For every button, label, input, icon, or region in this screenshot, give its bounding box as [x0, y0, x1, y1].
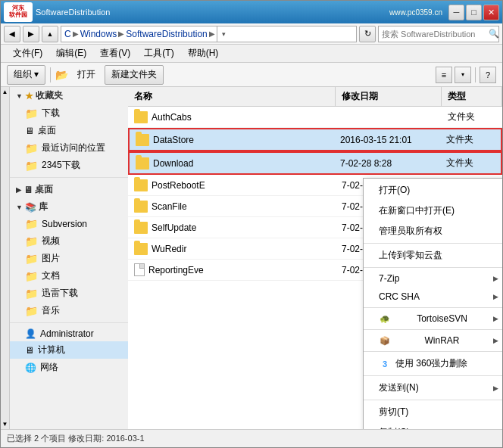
sidebar-item-network[interactable]: 🌐 网络 [10, 359, 128, 376]
menu-tools[interactable]: 工具(T) [138, 45, 180, 61]
main-content: ▲ ▼ ▼ ★ 收藏夹 📁 下载 🖥 桌面 � [1, 87, 502, 429]
table-row[interactable]: Download 7-02-28 8:28 文件夹 [128, 151, 502, 175]
file-type-cell: 文件夹 [440, 155, 501, 171]
folder-icon [134, 222, 148, 234]
network-icon: 🌐 [25, 362, 36, 373]
sidebar-favorites-header[interactable]: ▼ ★ 收藏夹 [10, 87, 128, 104]
breadcrumb: C ▶ Windows ▶ SoftwareDistribution ▶ ▾ [61, 26, 357, 42]
table-row[interactable]: AuthCabs 文件夹 [128, 107, 502, 128]
menu-help[interactable]: 帮助(H) [182, 45, 225, 61]
close-button[interactable]: ✕ [483, 5, 499, 20]
context-menu: 打开(O) 在新窗口中打开(E) 管理员取所有权 上传到零知云盘 7-Zip ▶… [363, 178, 502, 429]
col-type[interactable]: 类型 [442, 87, 502, 106]
breadcrumb-c[interactable]: C [64, 29, 71, 39]
ctx-upload-cloud[interactable]: 上传到零知云盘 [364, 245, 502, 266]
ctx-360-delete[interactable]: 3 使用 360强力删除 [364, 353, 502, 374]
search-icon: 🔍 [489, 29, 499, 39]
up-button[interactable]: ▲ [42, 26, 58, 42]
folder-icon-music: 📁 [25, 305, 38, 317]
website-label: www.pc0359.cn [389, 8, 442, 17]
menu-view[interactable]: 查看(V) [94, 45, 136, 61]
toolbar-separator-2 [475, 67, 476, 82]
folder-icon-recent: 📁 [25, 142, 38, 154]
menu-bar: 文件(F) 编辑(E) 查看(V) 工具(T) 帮助(H) [1, 45, 502, 63]
toolbar-right: ≡ ▾ ? [436, 67, 496, 83]
menu-edit[interactable]: 编辑(E) [50, 45, 92, 61]
file-date-cell [336, 116, 442, 119]
file-type-cell: 文件夹 [440, 132, 501, 148]
sidebar-item-pictures[interactable]: 📁 图片 [10, 250, 128, 267]
sidebar-item-docs[interactable]: 📁 文档 [10, 267, 128, 285]
open-button[interactable]: 打开 [71, 65, 102, 85]
sidebar-item-download[interactable]: 📁 下载 [10, 104, 128, 122]
360-icon: 3 [379, 359, 391, 369]
breadcrumb-softwaredist[interactable]: SoftwareDistribution [126, 29, 207, 39]
tortoise-icon: 🐢 [379, 314, 391, 324]
title-bar: 河东软件园 SoftwareDistribution www.pc0359.cn… [1, 1, 502, 23]
file-name-cell: SelfUpdate [128, 220, 336, 235]
ctx-divider-5 [364, 351, 502, 352]
winrar-icon: 📦 [379, 336, 391, 346]
sidebar-item-subversion[interactable]: 📁 Subversion [10, 216, 128, 232]
toolbar: 组织 ▾ 📂 打开 新建文件夹 ≡ ▾ ? [1, 63, 502, 87]
minimize-button[interactable]: ─ [448, 5, 464, 20]
sidebar-item-2345[interactable]: 📁 2345下载 [10, 157, 128, 174]
maximize-button[interactable]: □ [466, 5, 482, 20]
file-name-cell: Download [130, 156, 334, 171]
sidebar-scroll-up[interactable]: ▲ [2, 89, 8, 95]
sidebar-item-computer[interactable]: 🖥 计算机 [10, 341, 128, 359]
sidebar-item-recent[interactable]: 📁 最近访问的位置 [10, 139, 128, 157]
sidebar-item-music[interactable]: 📁 音乐 [10, 302, 128, 319]
forward-button[interactable]: ▶ [23, 26, 39, 42]
sidebar-item-video[interactable]: 📁 视频 [10, 232, 128, 250]
app-logo: 河东软件园 [4, 2, 33, 22]
submenu-arrow: ▶ [493, 293, 498, 300]
file-name-cell: ScanFile [128, 199, 336, 214]
computer-icon: 🖥 [25, 345, 34, 356]
organize-button[interactable]: 组织 ▾ [7, 65, 45, 85]
submenu-arrow: ▶ [493, 384, 498, 392]
doc-icon [134, 263, 145, 276]
sidebar-scroll-down[interactable]: ▼ [2, 421, 8, 428]
ctx-divider-1 [364, 243, 502, 244]
back-button[interactable]: ◀ [4, 26, 20, 42]
view-button[interactable]: ≡ [436, 67, 452, 83]
refresh-button[interactable]: ↻ [359, 26, 376, 42]
folder-icon [136, 134, 149, 146]
view-button-2[interactable]: ▾ [455, 67, 471, 83]
sidebar-library-header[interactable]: ▼ 📚 库 [10, 198, 128, 216]
folder-icon-thunder: 📁 [25, 288, 38, 300]
sidebar-item-thunder[interactable]: 📁 迅雷下载 [10, 285, 128, 302]
sidebar-item-admin[interactable]: 👤 Administrator [10, 326, 128, 341]
sidebar-item-desktop-fav[interactable]: 🖥 桌面 [10, 122, 128, 139]
table-row[interactable]: DataStore 2016-03-15 21:01 文件夹 [128, 128, 502, 151]
address-bar: ◀ ▶ ▲ C ▶ Windows ▶ SoftwareDistribution… [1, 23, 502, 45]
ctx-crc-sha[interactable]: CRC SHA ▶ [364, 288, 502, 306]
ctx-cut[interactable]: 剪切(T) [364, 402, 502, 422]
file-type-cell: 文件夹 [442, 109, 502, 125]
breadcrumb-dropdown[interactable]: ▾ [217, 26, 230, 42]
window: 河东软件园 SoftwareDistribution www.pc0359.cn… [0, 0, 503, 448]
new-folder-button[interactable]: 新建文件夹 [105, 65, 164, 85]
menu-file[interactable]: 文件(F) [7, 45, 48, 61]
ctx-send-to[interactable]: 发送到(N) ▶ [364, 378, 502, 398]
col-date[interactable]: 修改日期 [336, 87, 442, 106]
ctx-open[interactable]: 打开(O) [364, 180, 502, 201]
col-name[interactable]: 名称 [128, 87, 336, 106]
desktop-icon: 🖥 [25, 126, 34, 136]
title-text: SoftwareDistribution [36, 8, 389, 17]
breadcrumb-windows[interactable]: Windows [80, 29, 117, 39]
sidebar-desktop-header[interactable]: ▶ 🖥 桌面 [10, 181, 128, 198]
ctx-copy[interactable]: 复制(C) [364, 422, 502, 429]
ctx-take-ownership[interactable]: 管理员取所有权 [364, 221, 502, 241]
ctx-winrar[interactable]: 📦 WinRAR ▶ [364, 331, 502, 350]
folder-icon [134, 243, 148, 255]
search-input[interactable] [382, 30, 486, 39]
ctx-7zip[interactable]: 7-Zip ▶ [364, 269, 502, 288]
admin-icon: 👤 [25, 328, 36, 339]
ctx-open-new-window[interactable]: 在新窗口中打开(E) [364, 201, 502, 221]
help-button[interactable]: ? [480, 67, 496, 83]
ctx-tortoisesvn[interactable]: 🐢 TortoiseSVN ▶ [364, 310, 502, 328]
file-list-header: 名称 修改日期 类型 [128, 87, 502, 107]
search-box: 🔍 [378, 26, 499, 42]
